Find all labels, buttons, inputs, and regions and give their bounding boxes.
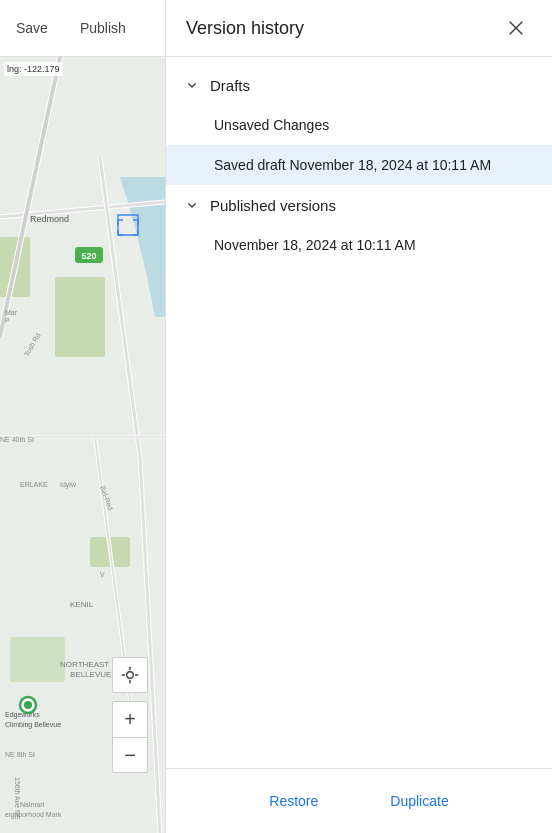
panel-content: Drafts Unsaved Changes Saved draft Novem… (166, 57, 552, 768)
restore-button[interactable]: Restore (253, 785, 334, 817)
zoom-controls: + − (112, 701, 148, 773)
svg-rect-1 (55, 277, 105, 357)
duplicate-button[interactable]: Duplicate (374, 785, 464, 817)
zoom-out-button[interactable]: − (112, 737, 148, 773)
map-area: Save Publish (0, 0, 165, 833)
svg-text:156th Ave NE: 156th Ave NE (14, 777, 21, 820)
svg-text:Idylw: Idylw (60, 481, 77, 489)
save-button[interactable]: Save (8, 16, 56, 40)
svg-text:NE 8th St: NE 8th St (5, 751, 35, 758)
published-version-item[interactable]: November 18, 2024 at 10:11 AM (166, 225, 552, 265)
drafts-items: Unsaved Changes Saved draft November 18,… (166, 105, 552, 185)
drafts-section-header[interactable]: Drafts (166, 65, 552, 105)
svg-point-29 (24, 701, 32, 709)
published-section-label: Published versions (210, 197, 336, 214)
svg-text:KENIL: KENIL (70, 600, 94, 609)
drafts-chevron-icon (182, 75, 202, 95)
published-items: November 18, 2024 at 10:11 AM (166, 225, 552, 265)
published-section-header[interactable]: Published versions (166, 185, 552, 225)
svg-text:BELLEVUE: BELLEVUE (70, 670, 111, 679)
panel-footer: Restore Duplicate (166, 768, 552, 833)
svg-text:P: P (5, 317, 10, 324)
panel-title: Version history (186, 18, 304, 39)
svg-text:Nalmart: Nalmart (20, 801, 45, 808)
close-button[interactable] (500, 12, 532, 44)
close-icon (507, 19, 525, 37)
unsaved-changes-item[interactable]: Unsaved Changes (166, 105, 552, 145)
panel-header: Version history (166, 0, 552, 57)
publish-button[interactable]: Publish (72, 16, 134, 40)
svg-text:NORTHEAST: NORTHEAST (60, 660, 109, 669)
svg-text:NE 40th St: NE 40th St (0, 436, 34, 443)
svg-text:Climbing Bellevue: Climbing Bellevue (5, 721, 61, 729)
svg-text:Mar: Mar (5, 309, 18, 316)
location-button[interactable] (112, 657, 148, 693)
svg-text:520: 520 (81, 251, 96, 261)
published-chevron-icon (182, 195, 202, 215)
map-coordinates: lng: -122.179 (4, 62, 63, 76)
svg-text:ERLAKE: ERLAKE (20, 481, 48, 488)
svg-point-41 (127, 672, 134, 679)
drafts-section-label: Drafts (210, 77, 250, 94)
zoom-in-button[interactable]: + (112, 701, 148, 737)
version-history-panel: Version history Drafts Unsaved Changes S… (165, 0, 552, 833)
saved-draft-item[interactable]: Saved draft November 18, 2024 at 10:11 A… (166, 145, 552, 185)
svg-text:V: V (100, 571, 105, 578)
location-icon (120, 665, 140, 685)
svg-text:Redmond: Redmond (30, 214, 69, 224)
svg-text:eighborhood Mark: eighborhood Mark (5, 811, 62, 819)
map-toolbar: Save Publish (0, 0, 165, 57)
svg-rect-4 (10, 637, 65, 682)
